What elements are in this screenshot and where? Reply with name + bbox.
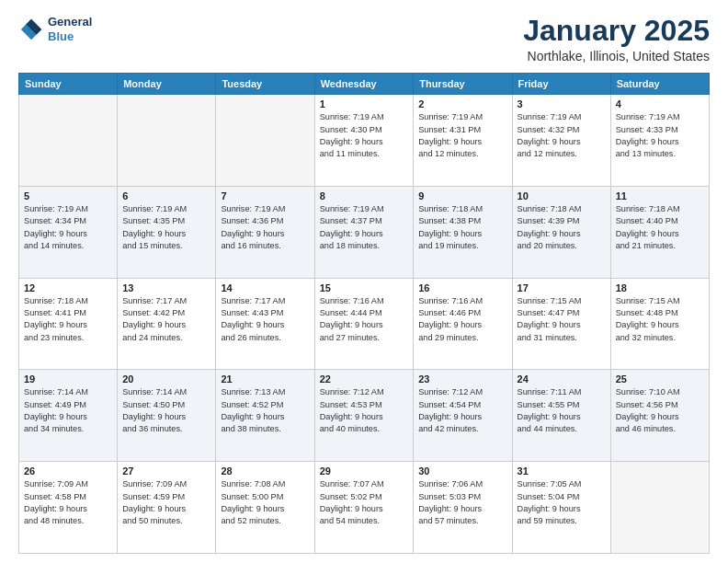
calendar-cell xyxy=(19,95,118,187)
day-number: 28 xyxy=(221,465,309,477)
day-info: Sunrise: 7:19 AM Sunset: 4:36 PM Dayligh… xyxy=(221,203,309,252)
calendar-week-row: 19Sunrise: 7:14 AM Sunset: 4:49 PM Dayli… xyxy=(19,370,710,462)
day-number: 2 xyxy=(418,98,506,109)
day-number: 16 xyxy=(418,282,506,293)
day-info: Sunrise: 7:19 AM Sunset: 4:35 PM Dayligh… xyxy=(122,203,210,252)
calendar-cell xyxy=(216,95,314,187)
day-number: 23 xyxy=(418,373,506,385)
calendar-week-row: 26Sunrise: 7:09 AM Sunset: 4:58 PM Dayli… xyxy=(19,462,710,554)
calendar-cell: 8Sunrise: 7:19 AM Sunset: 4:37 PM Daylig… xyxy=(314,186,414,278)
day-number: 14 xyxy=(221,282,309,293)
calendar-cell: 28Sunrise: 7:08 AM Sunset: 5:00 PM Dayli… xyxy=(216,462,314,554)
day-info: Sunrise: 7:06 AM Sunset: 5:03 PM Dayligh… xyxy=(418,478,506,527)
day-number: 4 xyxy=(616,98,704,109)
day-number: 12 xyxy=(24,282,112,293)
day-info: Sunrise: 7:15 AM Sunset: 4:47 PM Dayligh… xyxy=(518,295,606,344)
day-info: Sunrise: 7:17 AM Sunset: 4:42 PM Dayligh… xyxy=(122,295,210,344)
day-number: 31 xyxy=(518,465,606,477)
day-info: Sunrise: 7:18 AM Sunset: 4:38 PM Dayligh… xyxy=(418,203,506,252)
day-info: Sunrise: 7:18 AM Sunset: 4:40 PM Dayligh… xyxy=(616,203,704,252)
calendar-cell: 4Sunrise: 7:19 AM Sunset: 4:33 PM Daylig… xyxy=(610,95,709,187)
day-info: Sunrise: 7:18 AM Sunset: 4:39 PM Dayligh… xyxy=(518,203,606,252)
day-info: Sunrise: 7:05 AM Sunset: 5:04 PM Dayligh… xyxy=(518,478,606,527)
calendar-table: SundayMondayTuesdayWednesdayThursdayFrid… xyxy=(18,73,710,554)
day-info: Sunrise: 7:12 AM Sunset: 4:54 PM Dayligh… xyxy=(418,386,506,435)
day-info: Sunrise: 7:17 AM Sunset: 4:43 PM Dayligh… xyxy=(221,295,309,344)
calendar-cell: 29Sunrise: 7:07 AM Sunset: 5:02 PM Dayli… xyxy=(314,462,414,554)
header: General Blue January 2025 Northlake, Ill… xyxy=(18,15,710,63)
day-number: 25 xyxy=(616,373,704,385)
calendar-cell: 30Sunrise: 7:06 AM Sunset: 5:03 PM Dayli… xyxy=(414,462,512,554)
day-number: 21 xyxy=(221,373,309,385)
day-info: Sunrise: 7:14 AM Sunset: 4:49 PM Dayligh… xyxy=(24,386,112,435)
day-number: 9 xyxy=(418,190,506,201)
day-info: Sunrise: 7:10 AM Sunset: 4:56 PM Dayligh… xyxy=(616,386,704,435)
calendar-week-row: 12Sunrise: 7:18 AM Sunset: 4:41 PM Dayli… xyxy=(19,278,710,370)
weekday-header-tuesday: Tuesday xyxy=(216,74,314,95)
calendar-cell: 13Sunrise: 7:17 AM Sunset: 4:42 PM Dayli… xyxy=(118,278,216,370)
month-title: January 2025 xyxy=(523,15,710,47)
calendar-cell: 9Sunrise: 7:18 AM Sunset: 4:38 PM Daylig… xyxy=(414,186,512,278)
day-info: Sunrise: 7:09 AM Sunset: 4:59 PM Dayligh… xyxy=(122,478,210,527)
page: General Blue January 2025 Northlake, Ill… xyxy=(0,0,728,563)
weekday-header-thursday: Thursday xyxy=(414,74,512,95)
day-number: 19 xyxy=(24,373,112,385)
day-number: 11 xyxy=(616,190,704,201)
day-info: Sunrise: 7:14 AM Sunset: 4:50 PM Dayligh… xyxy=(122,386,210,435)
day-info: Sunrise: 7:19 AM Sunset: 4:31 PM Dayligh… xyxy=(418,111,506,160)
day-info: Sunrise: 7:09 AM Sunset: 4:58 PM Dayligh… xyxy=(24,478,112,527)
day-number: 6 xyxy=(122,190,210,201)
day-number: 20 xyxy=(122,373,210,385)
day-info: Sunrise: 7:19 AM Sunset: 4:34 PM Dayligh… xyxy=(24,203,112,252)
weekday-header-monday: Monday xyxy=(118,74,216,95)
calendar-cell: 20Sunrise: 7:14 AM Sunset: 4:50 PM Dayli… xyxy=(118,370,216,462)
day-number: 22 xyxy=(320,373,409,385)
weekday-header-friday: Friday xyxy=(512,74,610,95)
logo-icon xyxy=(18,17,44,42)
day-info: Sunrise: 7:19 AM Sunset: 4:37 PM Dayligh… xyxy=(320,203,409,252)
logo: General Blue xyxy=(18,15,92,43)
day-info: Sunrise: 7:16 AM Sunset: 4:46 PM Dayligh… xyxy=(418,295,506,344)
day-number: 7 xyxy=(221,190,309,201)
calendar-cell: 16Sunrise: 7:16 AM Sunset: 4:46 PM Dayli… xyxy=(414,278,512,370)
calendar-cell: 25Sunrise: 7:10 AM Sunset: 4:56 PM Dayli… xyxy=(610,370,709,462)
day-number: 3 xyxy=(518,98,606,109)
day-number: 8 xyxy=(320,190,409,201)
day-number: 5 xyxy=(24,190,112,201)
calendar-cell: 7Sunrise: 7:19 AM Sunset: 4:36 PM Daylig… xyxy=(216,186,314,278)
calendar-cell: 6Sunrise: 7:19 AM Sunset: 4:35 PM Daylig… xyxy=(118,186,216,278)
weekday-header-row: SundayMondayTuesdayWednesdayThursdayFrid… xyxy=(19,74,710,95)
logo-line1: General xyxy=(48,15,92,29)
calendar-cell: 23Sunrise: 7:12 AM Sunset: 4:54 PM Dayli… xyxy=(414,370,512,462)
day-info: Sunrise: 7:07 AM Sunset: 5:02 PM Dayligh… xyxy=(320,478,409,527)
calendar-cell: 19Sunrise: 7:14 AM Sunset: 4:49 PM Dayli… xyxy=(19,370,118,462)
day-info: Sunrise: 7:19 AM Sunset: 4:33 PM Dayligh… xyxy=(616,111,704,160)
day-info: Sunrise: 7:19 AM Sunset: 4:30 PM Dayligh… xyxy=(320,111,409,160)
day-info: Sunrise: 7:18 AM Sunset: 4:41 PM Dayligh… xyxy=(24,295,112,344)
day-info: Sunrise: 7:16 AM Sunset: 4:44 PM Dayligh… xyxy=(320,295,409,344)
day-number: 27 xyxy=(122,465,210,477)
calendar-week-row: 1Sunrise: 7:19 AM Sunset: 4:30 PM Daylig… xyxy=(19,95,710,187)
day-number: 10 xyxy=(518,190,606,201)
calendar-cell: 1Sunrise: 7:19 AM Sunset: 4:30 PM Daylig… xyxy=(314,95,414,187)
calendar-cell: 10Sunrise: 7:18 AM Sunset: 4:39 PM Dayli… xyxy=(512,186,610,278)
calendar-cell: 12Sunrise: 7:18 AM Sunset: 4:41 PM Dayli… xyxy=(19,278,118,370)
day-number: 13 xyxy=(122,282,210,293)
weekday-header-wednesday: Wednesday xyxy=(314,74,414,95)
calendar-cell: 26Sunrise: 7:09 AM Sunset: 4:58 PM Dayli… xyxy=(19,462,118,554)
calendar-cell: 15Sunrise: 7:16 AM Sunset: 4:44 PM Dayli… xyxy=(314,278,414,370)
calendar-cell: 3Sunrise: 7:19 AM Sunset: 4:32 PM Daylig… xyxy=(512,95,610,187)
day-number: 15 xyxy=(320,282,409,293)
day-number: 18 xyxy=(616,282,704,293)
calendar-cell xyxy=(610,462,709,554)
day-number: 17 xyxy=(518,282,606,293)
day-info: Sunrise: 7:12 AM Sunset: 4:53 PM Dayligh… xyxy=(320,386,409,435)
calendar-week-row: 5Sunrise: 7:19 AM Sunset: 4:34 PM Daylig… xyxy=(19,186,710,278)
calendar-cell: 24Sunrise: 7:11 AM Sunset: 4:55 PM Dayli… xyxy=(512,370,610,462)
day-number: 29 xyxy=(320,465,409,477)
calendar-cell: 17Sunrise: 7:15 AM Sunset: 4:47 PM Dayli… xyxy=(512,278,610,370)
day-number: 26 xyxy=(24,465,112,477)
day-number: 30 xyxy=(418,465,506,477)
calendar-cell: 11Sunrise: 7:18 AM Sunset: 4:40 PM Dayli… xyxy=(610,186,709,278)
logo-line2: Blue xyxy=(48,29,92,44)
